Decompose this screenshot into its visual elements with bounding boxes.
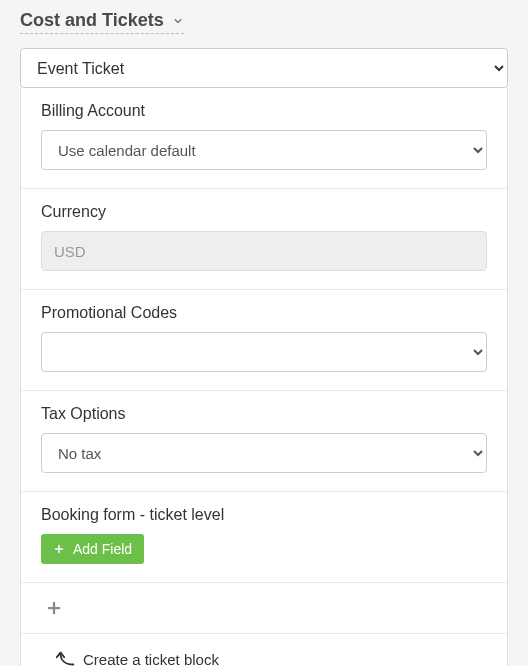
add-field-label: Add Field <box>73 541 132 557</box>
plus-icon <box>53 543 65 555</box>
currency-row: Currency <box>21 189 507 290</box>
add-field-button[interactable]: Add Field <box>41 534 144 564</box>
tax-options-row: Tax Options No tax <box>21 391 507 492</box>
create-ticket-block-hint: Create a ticket block <box>21 634 507 666</box>
settings-panel: Billing Account Use calendar default Cur… <box>20 88 508 666</box>
currency-input <box>41 231 487 271</box>
promo-codes-select[interactable] <box>41 332 487 372</box>
promo-codes-label: Promotional Codes <box>41 304 487 322</box>
curve-arrow-icon <box>55 648 77 666</box>
section-title: Cost and Tickets <box>20 10 164 31</box>
promo-codes-row: Promotional Codes <box>21 290 507 391</box>
add-block-button[interactable] <box>37 595 71 621</box>
booking-form-label: Booking form - ticket level <box>41 506 487 524</box>
currency-label: Currency <box>41 203 487 221</box>
section-header-cost-tickets[interactable]: Cost and Tickets <box>20 10 184 34</box>
plus-icon <box>45 599 63 617</box>
billing-account-row: Billing Account Use calendar default <box>21 88 507 189</box>
add-block-row <box>21 583 507 634</box>
chevron-down-icon <box>172 15 184 27</box>
booking-form-row: Booking form - ticket level Add Field <box>21 492 507 583</box>
billing-account-select[interactable]: Use calendar default <box>41 130 487 170</box>
tax-options-select[interactable]: No tax <box>41 433 487 473</box>
billing-account-label: Billing Account <box>41 102 487 120</box>
create-ticket-block-text: Create a ticket block <box>83 651 219 667</box>
tax-options-label: Tax Options <box>41 405 487 423</box>
ticket-type-select[interactable]: Event Ticket <box>20 48 508 88</box>
